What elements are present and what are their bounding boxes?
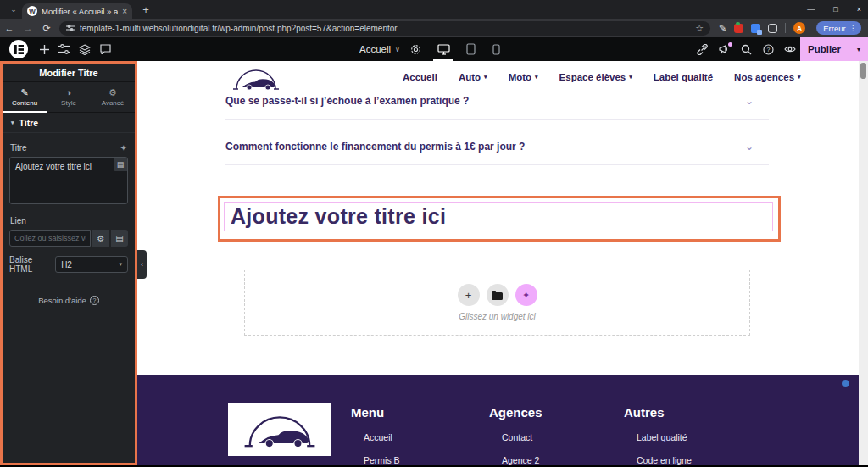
tab-close-icon[interactable]: × — [122, 7, 127, 16]
window-close-button[interactable]: × — [857, 5, 861, 14]
panel-tab-label: Contenu — [12, 99, 37, 107]
whats-new-megaphone-icon[interactable] — [714, 37, 734, 61]
overflow-menu-icon[interactable]: ⋮ — [849, 24, 857, 32]
footer-link[interactable]: Contact — [489, 432, 624, 442]
link-field-label: Lien — [10, 216, 26, 225]
footer-link[interactable]: Label qualité — [624, 432, 692, 442]
page-settings-gear-icon[interactable] — [405, 37, 426, 61]
ai-builder-button[interactable]: ✦ — [515, 284, 537, 306]
link-dynamic-tags-icon[interactable]: ▤ — [111, 230, 128, 247]
footer-link[interactable]: Permis B — [351, 455, 489, 465]
toolbar-separator — [785, 23, 786, 33]
html-tag-value: H2 — [61, 260, 72, 270]
link-options-gear-icon[interactable]: ⚙ — [92, 230, 109, 247]
window-maximize-button[interactable]: □ — [833, 5, 837, 14]
copy-link-icon[interactable] — [692, 37, 712, 61]
chevron-down-icon[interactable]: ⌄ — [745, 95, 754, 107]
link-url-input[interactable] — [9, 230, 91, 247]
panel-tab-label: Avancé — [102, 99, 125, 107]
html-tag-select[interactable]: H2 ▾ — [55, 256, 128, 273]
document-switcher[interactable]: Accueil ∨ — [359, 37, 400, 61]
section-caret-icon: ▾ — [11, 120, 14, 126]
footer-link[interactable]: Agence 2 — [489, 455, 624, 465]
footer-column-heading: Autres — [624, 405, 692, 420]
device-tablet-button[interactable] — [458, 37, 483, 61]
add-widget-button[interactable]: + — [458, 284, 480, 306]
site-logo[interactable] — [230, 65, 282, 95]
html-tag-label: Balise HTML — [9, 255, 55, 274]
nav-item[interactable]: Nos agences▾ — [734, 72, 800, 82]
notification-dot — [728, 42, 732, 47]
canvas-scrollbar[interactable] — [859, 61, 868, 467]
ai-sparkle-icon[interactable]: ✦ — [120, 143, 127, 153]
section-title: Titre — [19, 118, 39, 128]
panel-tab-avancé[interactable]: ⚙Avancé — [91, 82, 135, 112]
extension-icon[interactable] — [751, 24, 760, 33]
address-bar[interactable]: template-1-multi.websolutiondigital.fr/w… — [59, 21, 710, 36]
url-text: template-1-multi.websolutiondigital.fr/w… — [80, 24, 398, 33]
bookmark-star-icon[interactable]: ☆ — [695, 23, 704, 34]
need-help-link[interactable]: Besoin d'aide ? — [9, 296, 128, 305]
notes-comment-icon[interactable] — [95, 37, 115, 61]
panel-tab-style[interactable]: ◑Style — [47, 82, 91, 112]
nav-item[interactable]: Accueil — [403, 72, 437, 82]
template-badge-icon[interactable] — [842, 380, 849, 387]
structure-layers-icon[interactable] — [75, 37, 95, 61]
device-desktop-button[interactable] — [431, 37, 456, 61]
chevron-down-icon: ∨ — [395, 46, 400, 53]
footer-link[interactable]: Code en ligne — [624, 455, 692, 465]
chevron-down-icon: ▾ — [484, 74, 487, 81]
section-titre[interactable]: ▾ Titre — [3, 113, 135, 133]
device-mobile-button[interactable] — [483, 37, 509, 61]
pen-extension-icon[interactable]: ✎ — [719, 23, 726, 34]
heading-widget[interactable]: Ajoutez votre titre ici — [231, 204, 446, 229]
publish-button[interactable]: Publier — [800, 44, 849, 54]
wordpress-favicon-icon: W — [27, 6, 37, 16]
divider — [225, 164, 769, 165]
sync-error-button[interactable]: Erreur⋮ — [816, 21, 860, 35]
preview-eye-icon[interactable] — [780, 37, 800, 61]
panel-collapse-handle[interactable]: ‹ — [137, 250, 147, 279]
faq-list: Que se passe-t-il si j’échoue à l’examen… — [225, 95, 769, 186]
site-nav: AccueilAuto▾Moto▾Espace élèves▾Label qua… — [403, 72, 801, 82]
publish-options-caret[interactable]: ▾ — [849, 46, 868, 53]
back-button[interactable]: ← — [0, 23, 19, 33]
faq-item[interactable]: Comment fonctionne le financement du per… — [225, 141, 769, 186]
extension-icon[interactable] — [734, 24, 743, 33]
scrollbar-thumb[interactable] — [860, 63, 866, 79]
forward-button[interactable]: → — [19, 23, 37, 33]
title-textarea[interactable]: Ajoutez votre titre ici — [9, 157, 128, 204]
site-info-icon[interactable] — [66, 24, 75, 32]
footer-logo — [228, 403, 331, 456]
template-library-button[interactable] — [487, 284, 509, 306]
widget-drop-area[interactable]: + ✦ Glissez un widget ici — [244, 270, 750, 336]
reload-button[interactable]: ⟳ — [37, 23, 56, 34]
extensions-menu-icon[interactable] — [768, 24, 777, 33]
profile-avatar[interactable]: A — [793, 22, 805, 34]
style-icon: ◑ — [66, 88, 72, 97]
nav-item[interactable]: Auto▾ — [459, 72, 487, 82]
browser-toolbar: ← → ⟳ template-1-multi.websolutiondigita… — [0, 19, 868, 37]
chevron-down-icon[interactable]: ⌄ — [745, 141, 754, 153]
browser-tab[interactable]: W Modifier « Accueil » avec Elem × — [22, 3, 132, 19]
tab-title: Modifier « Accueil » avec Elem — [42, 7, 118, 16]
nav-item[interactable]: Espace élèves▾ — [559, 72, 632, 82]
publish-split-button[interactable]: Publier ▾ — [800, 37, 868, 61]
nav-item[interactable]: Label qualité — [654, 72, 713, 82]
tab-search-button[interactable]: ⌄ — [5, 3, 22, 16]
site-settings-icon[interactable] — [54, 37, 75, 61]
footer-link[interactable]: Accueil — [351, 432, 489, 442]
pencil-icon: ✎ — [20, 88, 28, 97]
window-minimize-button[interactable]: — — [807, 5, 815, 14]
footer-column: AutresLabel qualitéCode en ligne — [624, 405, 692, 465]
nav-item[interactable]: Moto▾ — [509, 72, 538, 82]
finder-search-icon[interactable] — [736, 37, 756, 61]
add-element-button[interactable] — [34, 37, 54, 61]
faq-item[interactable]: Que se passe-t-il si j’échoue à l’examen… — [225, 95, 769, 141]
help-icon[interactable]: ? — [758, 37, 778, 61]
panel-tab-contenu[interactable]: ✎Contenu — [3, 82, 47, 112]
dynamic-tags-icon[interactable]: ▤ — [114, 158, 127, 171]
gear-icon: ⚙ — [108, 88, 117, 97]
new-tab-button[interactable]: + — [139, 3, 153, 17]
elementor-logo-icon[interactable] — [9, 40, 28, 58]
